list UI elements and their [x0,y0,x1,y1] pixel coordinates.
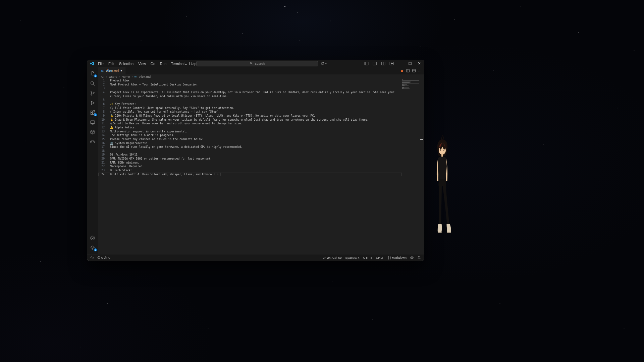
editor-line[interactable]: 16💻 System Requirements: [98,141,402,145]
problems-indicator[interactable]: 0 0 [97,256,110,259]
activity-bar-top: 12 [87,69,98,146]
menu-go[interactable]: Go [148,62,158,66]
line-text: Built with Godot 4. Uses Silero VAD, Whi… [110,173,402,177]
text-cursor [220,173,220,176]
line-text: Since the AI runs locally on your hardwa… [110,145,402,149]
activity-badge: 1 [94,248,97,251]
editor-line[interactable]: 14The settings menu is a work in progres… [98,133,402,137]
activity-game-icon[interactable] [87,137,98,146]
line-number: 11 [98,122,105,126]
status-cursor-position[interactable]: Ln 24, Col 69 [323,256,342,259]
search-box[interactable]: Search [196,61,318,66]
editor-line[interactable]: 3 [98,86,402,90]
warning-count: 0 [108,256,110,259]
breadcrumb-item[interactable]: C: [101,75,105,78]
status-eol[interactable]: CRLF [376,256,384,259]
editor-line[interactable]: 6✨ Key Features: [98,102,402,106]
more-actions-icon[interactable]: ⋯ [418,69,422,73]
activity-remote-explorer-icon[interactable] [87,117,98,127]
menu-selection[interactable]: Selection [117,62,136,66]
line-text [110,86,402,90]
close-button[interactable]: ✕ [415,60,424,67]
sync-icon[interactable] [321,62,327,65]
activity-package-icon[interactable] [87,127,98,137]
status-encoding[interactable]: UTF-8 [363,256,372,259]
menu-edit[interactable]: Edit [106,62,117,66]
status-language[interactable]: { } Markdown [388,256,407,259]
modified-dot-icon[interactable]: ● [120,69,122,72]
customize-layout-icon[interactable] [387,60,396,67]
editor-line[interactable]: 9🔒 100% Private & Offline: Powered by lo… [98,114,402,118]
line-text [110,149,402,153]
status-indentation[interactable]: Spaces: 4 [345,256,360,259]
toggle-primary-sidebar-icon[interactable] [362,60,371,67]
editor-line[interactable]: 2Meet Project Alex — Your Intelligent De… [98,83,402,87]
line-number: 3 [98,86,105,90]
preview-icon[interactable] [400,69,404,73]
minimap[interactable] [402,79,419,89]
scrollbar[interactable] [419,79,424,254]
breadcrumb-item[interactable]: Home [121,75,130,78]
editor-line[interactable]: 20GPU: NVIDIA GTX 1060 or better (recomm… [98,157,402,161]
editor-line[interactable]: 11🖱 Scroll to Resize: Hover over her and… [98,122,402,126]
companion-eye-left [440,150,441,151]
activity-settings-icon[interactable]: 1 [87,243,98,252]
editor-line[interactable]: 4Project Alex is an experimental AI assi… [98,90,402,98]
activity-account-icon[interactable] [87,233,98,243]
editor-line[interactable]: 23🛠 Tech Stack: [98,169,402,173]
activity-run-debug-icon[interactable] [87,98,98,108]
line-text: ⚡ Interruptible: You can cut her off mid… [110,110,402,114]
editor-line[interactable]: 13Multi-monitor support is currently exp… [98,130,402,134]
tab-alex-md[interactable]: M↓ Alex.md ● [98,67,125,74]
breadcrumb-item[interactable]: Alex.md [139,75,151,78]
editor-line[interactable]: 12⚠️ Alpha Notice: [98,126,402,130]
back-icon[interactable]: ← [184,62,188,66]
desktop-companion-character[interactable] [431,135,458,235]
companion-hips [438,179,446,186]
notifications-bell-icon[interactable] [417,256,421,259]
line-number: 14 [98,133,105,137]
copilot-icon[interactable] [410,256,414,260]
editor-line[interactable]: 8⚡ Interruptible: You can cut her off mi… [98,110,402,114]
activity-explorer-icon[interactable]: 1 [87,69,98,78]
toggle-panel-icon[interactable] [371,60,379,67]
editor-line[interactable]: 17Since the AI runs locally on your hard… [98,145,402,149]
toggle-secondary-sidebar-icon[interactable] [379,60,387,67]
editor-line[interactable]: 22Microphone: Required. [98,165,402,169]
editor-line[interactable]: 1Project Alex [98,79,402,83]
editor[interactable]: 1Project Alex2Meet Project Alex — Your I… [98,79,424,254]
search-icon [250,62,253,65]
line-text: ✨ Key Features: [110,102,402,106]
forward-icon[interactable]: → [190,62,194,66]
activity-source-control-icon[interactable] [87,88,98,98]
menu-run[interactable]: Run [158,62,169,66]
breadcrumb-separator-icon: › [119,75,120,78]
editor-line[interactable]: 21RAM: 8GB+ minimum. [98,161,402,165]
menu-view[interactable]: View [136,62,148,66]
editor-line[interactable]: 5 [98,98,402,102]
activity-search-icon[interactable] [87,78,98,88]
vscode-window: FileEditSelectionViewGoRunTerminalHelp ←… [87,60,424,261]
editor-line[interactable]: 7🎧 Full Voice Control: Just speak natura… [98,106,402,110]
tab-label: Alex.md [106,69,119,73]
line-text: GPU: NVIDIA GTX 1060 or better (recommen… [110,157,402,161]
breadcrumb: C:›Users›Home›M↓Alex.md [98,74,424,79]
line-number: 18 [98,149,105,153]
companion-hair-ahoge [441,135,443,140]
breadcrumb-item[interactable]: Users [109,75,117,78]
line-number: 9 [98,114,105,118]
editor-line[interactable]: 10🖐 Drag & Drop Placement: She walks on … [98,118,402,122]
line-number: 4 [98,90,105,98]
menu-file[interactable]: File [96,62,106,66]
companion-leg-right [443,186,449,224]
maximize-button[interactable] [405,60,415,67]
editor-line[interactable]: 24Built with Godot 4. Uses Silero VAD, W… [98,173,402,177]
activity-extensions-icon[interactable]: 2 [87,108,98,117]
editor-line[interactable]: 18 [98,149,402,153]
remote-indicator[interactable] [90,256,94,259]
minimize-button[interactable]: ─ [396,60,405,67]
editor-line[interactable]: 19OS: Windows 10/11 [98,153,402,157]
split-editor-icon[interactable] [406,69,410,73]
editor-line[interactable]: 15Please report any crashes or issues in… [98,137,402,141]
editor-layout-icon[interactable] [412,69,416,73]
